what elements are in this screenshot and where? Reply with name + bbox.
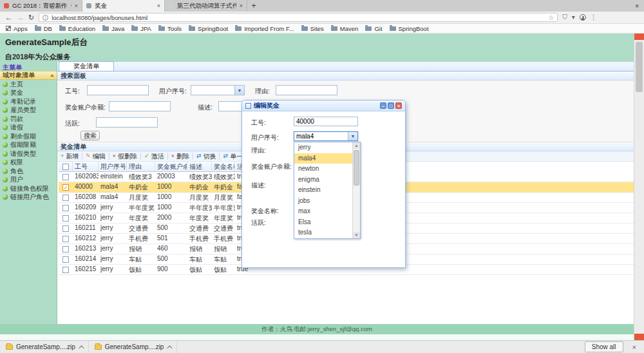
userno-search-combo[interactable]: ▼ <box>191 85 245 95</box>
tab-close-icon[interactable]: × <box>240 3 243 9</box>
row-checkbox-cell[interactable]: ✓ <box>59 182 73 192</box>
chevron-up-icon[interactable] <box>167 345 173 350</box>
bookmark-item[interactable]: Education <box>59 25 95 32</box>
scroll-up-icon[interactable]: ▲ <box>353 142 360 149</box>
url-box[interactable]: i localhost:8080/pages/bonuses.html ☆ <box>39 13 558 22</box>
combo-arrow-icon[interactable]: ▼ <box>234 86 244 95</box>
balance-search-input[interactable] <box>109 101 171 111</box>
sidebar-item[interactable]: 剩余假期 <box>0 132 57 141</box>
bookmark-item[interactable]: SpringBoot <box>189 25 228 32</box>
browser-tab[interactable]: 第三代劲动词算子式代码生人× <box>165 0 247 12</box>
column-header[interactable]: 奖金名称 <box>212 162 235 172</box>
column-header[interactable]: 奖金账户余额 <box>155 162 187 172</box>
toolbar-button[interactable]: +新增 <box>61 152 79 161</box>
tab-close-icon[interactable]: × <box>75 3 78 9</box>
close-icon[interactable]: × <box>395 102 402 109</box>
column-header[interactable]: 理由 <box>127 162 155 172</box>
minimize-icon[interactable]: – <box>380 102 386 109</box>
bookmark-item[interactable]: Maven <box>331 25 359 32</box>
row-checkbox[interactable] <box>62 174 69 180</box>
combo-option[interactable]: max <box>294 206 352 217</box>
toolbar-button[interactable]: ✎编辑 <box>86 152 106 161</box>
active-search-input[interactable] <box>96 117 158 128</box>
browser-tab[interactable]: GC 2018：育碧新作《纪元× <box>0 0 82 12</box>
row-checkbox[interactable] <box>62 205 69 211</box>
sidebar-item[interactable]: 考勤记录 <box>0 97 57 106</box>
profile-icon[interactable] <box>580 14 586 21</box>
back-icon[interactable]: ← <box>5 14 12 21</box>
search-button[interactable]: 搜索 <box>80 131 100 140</box>
bookmark-item[interactable]: Git <box>365 25 382 32</box>
scroll-down-icon[interactable]: ▼ <box>353 232 360 238</box>
sidebar-item[interactable]: 角色 <box>0 167 57 176</box>
combo-option[interactable]: mala4 <box>294 153 352 164</box>
sidebar-item[interactable]: 用户 <box>0 176 57 185</box>
sidebar-item[interactable]: 权限 <box>0 158 57 167</box>
download-item[interactable]: GenerateSamp....zip <box>0 341 89 353</box>
sidebar-item[interactable]: 奖金 <box>0 89 57 98</box>
extension-icon[interactable]: ⛉ <box>562 14 567 21</box>
sidebar-item[interactable]: 雇员类型 <box>0 106 57 115</box>
userno-combo-input[interactable] <box>294 132 348 140</box>
row-checkbox[interactable] <box>62 246 69 253</box>
row-checkbox[interactable]: ✓ <box>62 184 69 191</box>
row-checkbox[interactable] <box>62 215 69 222</box>
page-scrollbar[interactable] <box>634 33 644 340</box>
bookmark-item[interactable]: Java <box>102 25 124 32</box>
forward-icon[interactable]: → <box>17 14 24 21</box>
scrollbar-thumb[interactable] <box>636 42 643 92</box>
browser-tab[interactable]: 奖金× <box>82 0 165 12</box>
row-checkbox[interactable] <box>62 236 69 242</box>
sidebar-item[interactable]: 假期限额 <box>0 141 57 150</box>
accordion-collapse-icon[interactable] <box>50 74 54 77</box>
site-info-icon[interactable]: i <box>43 15 48 21</box>
bookmark-item[interactable]: Tools <box>158 25 182 32</box>
maximize-icon[interactable]: □ <box>388 102 394 109</box>
dialog-title-bar[interactable]: 编辑奖金 – □ × <box>242 100 405 111</box>
dropdown-scrollbar[interactable]: ▲ ▼ <box>352 142 360 238</box>
combo-option[interactable]: jerry <box>294 142 352 153</box>
row-checkbox-cell[interactable] <box>59 244 73 254</box>
window-close-icon[interactable]: × <box>630 0 644 12</box>
row-checkbox-cell[interactable] <box>59 203 73 213</box>
reason-search-input[interactable] <box>276 85 337 95</box>
download-bar-close-icon[interactable]: × <box>630 343 639 351</box>
combo-option[interactable]: Elsa <box>294 217 352 228</box>
show-all-button[interactable]: Show all <box>585 341 623 352</box>
row-checkbox[interactable] <box>62 195 69 201</box>
sidebar-item[interactable]: 请假 <box>0 124 57 133</box>
accordion-header[interactable]: 域对象清单 <box>0 71 57 80</box>
download-item[interactable]: GenerateSamp....zip <box>89 341 178 353</box>
tab-close-icon[interactable]: × <box>157 3 160 9</box>
sidebar-item[interactable]: 主页 <box>0 80 57 89</box>
combo-arrow-icon[interactable]: ▼ <box>348 132 357 140</box>
combo-option[interactable]: einstein <box>294 185 352 196</box>
bookmark-item[interactable]: Imported From F... <box>235 25 294 32</box>
toolbar-button[interactable]: ×删除 <box>171 152 189 161</box>
userno-search-input[interactable] <box>191 86 234 95</box>
row-checkbox[interactable] <box>62 225 69 232</box>
select-all-cell[interactable] <box>59 162 73 172</box>
row-checkbox-cell[interactable] <box>59 224 73 233</box>
chevron-up-icon[interactable] <box>79 345 84 350</box>
toolbar-button[interactable]: ✓激活 <box>144 152 164 161</box>
toolbar-button[interactable]: ⇄切换 <box>196 152 216 161</box>
bookmark-item[interactable]: JPA <box>131 25 151 32</box>
row-checkbox-cell[interactable] <box>59 172 73 182</box>
tab-bonus-list[interactable]: 奖金清单 <box>59 61 114 71</box>
dropdown-scrollbar-thumb[interactable] <box>354 150 359 186</box>
row-checkbox-cell[interactable] <box>59 193 73 202</box>
bookmark-item[interactable]: Apps <box>6 25 28 32</box>
combo-option[interactable]: tesla <box>294 227 352 238</box>
combo-option[interactable]: enigma <box>294 175 352 186</box>
column-header[interactable]: 工号 <box>73 162 99 172</box>
sidebar-item[interactable]: 链接角色权限 <box>0 184 57 193</box>
bookmark-item[interactable]: DB <box>35 25 52 32</box>
userno-combo[interactable]: ▼ <box>294 131 358 141</box>
combo-option[interactable]: newton <box>294 164 352 175</box>
dropdown-arrow-icon[interactable]: ▾ <box>572 14 575 21</box>
column-header[interactable]: 用户序号 <box>99 162 127 172</box>
combo-option[interactable]: jobs <box>294 196 352 207</box>
row-checkbox[interactable] <box>62 267 69 273</box>
select-all-checkbox[interactable] <box>62 164 69 170</box>
